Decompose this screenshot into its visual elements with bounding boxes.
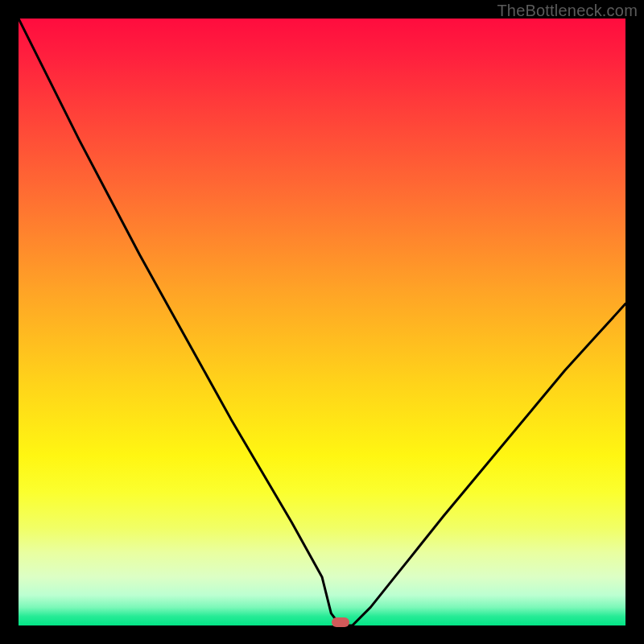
curve-path: [19, 19, 625, 625]
curve-svg: [19, 19, 625, 625]
chart-frame: TheBottleneck.com: [0, 0, 644, 644]
watermark-text: TheBottleneck.com: [497, 2, 638, 20]
plot-area: [19, 19, 625, 625]
min-marker: [332, 617, 349, 627]
